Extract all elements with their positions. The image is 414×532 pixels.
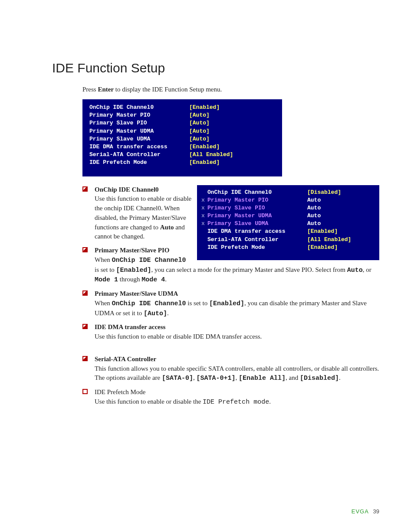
- code-onchip: OnChip IDE Channel0: [112, 300, 186, 307]
- footer-brand: EVGA: [352, 508, 369, 515]
- code-onchip: OnChip IDE Channel0: [112, 257, 186, 264]
- row-label: Primary Slave PIO: [89, 119, 189, 127]
- list-item-dma: IDE DMA transfer access Use this functio…: [82, 323, 379, 342]
- list-item-prefetch: IDE Prefetch Mode Use this function to e…: [82, 388, 379, 407]
- code-prefetchmode: IDE Prefetch mode: [203, 398, 269, 406]
- row-label: Primary Master PIO: [89, 111, 189, 119]
- code-auto: [Auto]: [144, 310, 167, 317]
- text: , and: [286, 374, 300, 381]
- row-label: IDE Prefetch Mode: [89, 159, 189, 166]
- text: ,: [235, 374, 239, 381]
- item-title: Serial-ATA Controller: [95, 356, 156, 362]
- page-title: IDE Function Setup: [52, 61, 379, 75]
- list-item-pio: Primary Master/Slave PIO When OnChip IDE…: [82, 246, 379, 265]
- code-disabled: [Disabled]: [300, 375, 339, 382]
- code-enabled: [Enabled]: [116, 267, 151, 274]
- bullet-icon: [82, 247, 88, 252]
- bullet-icon: [82, 324, 88, 329]
- page-footer: EVGA 39: [352, 508, 379, 515]
- text: Use this function to enable or disable t…: [95, 398, 203, 405]
- code-sata0: [SATA-0]: [162, 375, 193, 382]
- text: .: [269, 398, 271, 405]
- text: is set to: [186, 300, 209, 307]
- item-body: Use this function to enable or disable I…: [95, 333, 262, 340]
- code-mode4: Mode 4: [141, 276, 165, 284]
- row-label: Primary Slave UDMA: [89, 135, 189, 143]
- text: .: [167, 310, 169, 317]
- item-title: Primary Master/Slave UDMA: [95, 290, 178, 297]
- table-row: Primary Slave PIO[Auto]: [89, 119, 275, 127]
- row-value: [Auto]: [189, 135, 210, 143]
- table-row: OnChip IDE Channel0[Enabled]: [89, 104, 275, 111]
- bullet-icon: [82, 389, 88, 394]
- item-line1: When OnChip IDE Channel0: [95, 256, 186, 263]
- row-value: [Enabled]: [189, 159, 220, 166]
- item-body: Use this function to enable or disable t…: [95, 195, 191, 240]
- row-value: [Auto]: [189, 111, 210, 119]
- footer-page-number: 39: [373, 508, 379, 515]
- bios-box-enabled: OnChip IDE Channel0[Enabled] Primary Mas…: [82, 99, 282, 176]
- text: is set to: [95, 266, 116, 273]
- list-item-sata: Serial-ATA Controller This function allo…: [82, 355, 379, 383]
- intro-key: Enter: [98, 86, 114, 93]
- item-title: OnChip IDE Channel0: [95, 186, 159, 193]
- table-row: Serial-ATA Controller[All Enabled]: [89, 151, 275, 159]
- bullet-icon: [82, 356, 88, 361]
- intro-post: to display the IDE Function Setup menu.: [114, 86, 222, 93]
- text: When: [95, 256, 112, 263]
- text: .: [339, 374, 341, 381]
- table-row: IDE DMA transfer access[Enabled]: [89, 143, 275, 151]
- text: When: [95, 300, 112, 307]
- table-row: Primary Slave UDMA[Auto]: [89, 135, 275, 143]
- item-body: This function allows you to enable speci…: [95, 365, 379, 382]
- text: , you can select a mode for the primary …: [151, 266, 347, 273]
- list-item-pio-cont: is set to [Enabled], you can select a mo…: [82, 265, 379, 285]
- text: through: [118, 276, 141, 283]
- code-sata01: [SATA-0+1]: [196, 375, 235, 382]
- item-title: IDE Prefetch Mode: [95, 388, 145, 395]
- intro-text: Press Enter to display the IDE Function …: [82, 86, 379, 93]
- bullet-icon: [82, 186, 88, 192]
- text: .: [165, 276, 167, 283]
- item-title: IDE DMA transfer access: [95, 323, 165, 330]
- code-mode1: Mode 1: [95, 276, 118, 284]
- row-label: Primary Master UDMA: [89, 127, 189, 135]
- code-auto: Auto: [347, 267, 363, 274]
- item-body: When OnChip IDE Channel0 is set to [Enab…: [95, 300, 367, 317]
- list-item-udma: Primary Master/Slave UDMA When OnChip ID…: [82, 289, 379, 318]
- row-label: OnChip IDE Channel0: [89, 104, 189, 111]
- text: , or: [363, 266, 371, 273]
- row-label: IDE DMA transfer access: [89, 143, 189, 151]
- code-enabled: [Enabled]: [209, 300, 244, 307]
- item-title: Primary Master/Slave PIO: [95, 247, 169, 254]
- row-value: [Enabled]: [189, 104, 220, 111]
- code-enableall: [Enable All]: [239, 375, 286, 382]
- table-row: Primary Master PIO[Auto]: [89, 111, 275, 119]
- row-value: [Auto]: [189, 119, 210, 127]
- row-value: [Enabled]: [189, 143, 220, 151]
- table-row: IDE Prefetch Mode[Enabled]: [89, 159, 275, 166]
- option-list-cont: is set to [Enabled], you can select a mo…: [82, 265, 379, 407]
- row-label: Serial-ATA Controller: [89, 151, 189, 159]
- intro-pre: Press: [82, 86, 98, 93]
- list-item-onchip: OnChip IDE Channel0 Use this function to…: [82, 185, 379, 242]
- item-body: is set to [Enabled], you can select a mo…: [95, 266, 371, 283]
- row-value: [Auto]: [189, 127, 210, 135]
- bullet-icon: [82, 290, 88, 296]
- item-body: Use this function to enable or disable t…: [95, 398, 271, 405]
- row-value: [All Enabled]: [189, 151, 233, 159]
- option-list: OnChip IDE Channel0 Use this function to…: [82, 185, 379, 265]
- table-row: Primary Master UDMA[Auto]: [89, 127, 275, 135]
- keyword-auto: Auto: [160, 224, 174, 231]
